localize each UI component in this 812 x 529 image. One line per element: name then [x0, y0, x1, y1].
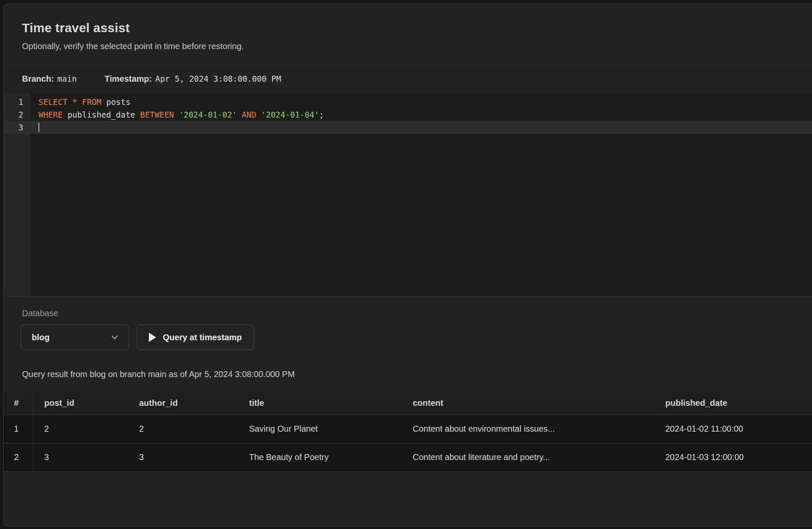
table-cell: 2 — [4, 443, 33, 471]
code-token: WHERE — [38, 110, 63, 119]
column-header-row-index: # — [4, 391, 33, 415]
panel-header: Time travel assist Optionally, verify th… — [4, 4, 812, 64]
code-token: '2024-01-02' — [179, 110, 237, 119]
code-token: '2024-01-04' — [261, 110, 319, 119]
database-controls: blog Query at timestamp — [21, 325, 794, 350]
meta-bar: Branch: main Timestamp: Apr 5, 2024 3:08… — [4, 64, 812, 93]
database-section: Database blog Query at timestamp — [4, 297, 812, 350]
branch-label: Branch: — [22, 74, 54, 84]
table-row: 122Saving Our PlanetContent about enviro… — [4, 415, 812, 443]
code-token: BETWEEN — [140, 110, 174, 119]
table-cell: Content about literature and poetry... — [402, 443, 654, 471]
branch-value: main — [58, 74, 77, 83]
code-token: posts — [102, 97, 131, 107]
text-cursor — [38, 123, 39, 132]
table-cell: 2024-01-03 12:00:00 — [654, 443, 812, 471]
sql-editor[interactable]: 1SELECT * FROM posts2WHERE published_dat… — [4, 93, 812, 296]
result-table-header: #post_idauthor_idtitlecontentpublished_d… — [4, 391, 812, 415]
column-header-title: title — [238, 391, 402, 415]
code-token: FROM — [82, 97, 102, 107]
branch-info: Branch: main — [22, 74, 77, 84]
timestamp-value: Apr 5, 2024 3:08:00.000 PM — [155, 74, 281, 83]
line-number: 2 — [4, 108, 30, 121]
database-select[interactable]: blog — [21, 325, 129, 350]
query-at-timestamp-button[interactable]: Query at timestamp — [137, 325, 254, 350]
line-number: 1 — [4, 96, 30, 108]
table-cell: 3 — [33, 443, 128, 471]
code-line: WHERE published_date BETWEEN '2024-01-02… — [30, 108, 324, 121]
column-header-content: content — [402, 391, 654, 415]
column-header-author_id: author_id — [128, 391, 238, 415]
database-label: Database — [21, 309, 794, 318]
column-header-published_date: published_date — [654, 391, 812, 415]
play-icon — [149, 333, 156, 342]
line-number: 3 — [4, 121, 30, 134]
result-table: #post_idauthor_idtitlecontentpublished_d… — [4, 391, 812, 472]
code-line: SELECT * FROM posts — [30, 96, 130, 108]
code-token — [174, 110, 178, 119]
editor-line-active[interactable]: 3 — [4, 121, 812, 134]
editor-line[interactable]: 1SELECT * FROM posts — [4, 96, 812, 108]
column-header-post_id: post_id — [33, 391, 128, 415]
code-token — [256, 110, 261, 119]
code-token: AND — [242, 110, 256, 119]
code-token — [237, 110, 241, 119]
chevron-down-icon — [110, 333, 119, 342]
timestamp-info: Timestamp: Apr 5, 2024 3:08:00.000 PM — [104, 74, 281, 84]
result-table-body: 122Saving Our PlanetContent about enviro… — [4, 415, 812, 471]
table-cell: Content about environmental issues... — [402, 415, 654, 443]
page-title: Time travel assist — [22, 21, 794, 35]
database-select-value: blog — [32, 333, 49, 342]
table-cell: The Beauty of Poetry — [238, 443, 402, 471]
table-row: 233The Beauty of PoetryContent about lit… — [4, 443, 812, 471]
code-token: * — [72, 97, 77, 107]
table-cell: Saving Our Planet — [238, 415, 402, 443]
table-cell: 2 — [33, 415, 128, 443]
code-token — [68, 97, 72, 107]
timestamp-label: Timestamp: — [104, 74, 152, 84]
table-cell: 3 — [128, 443, 238, 471]
table-cell: 2024-01-02 11:00:00 — [654, 415, 812, 443]
editor-line[interactable]: 2WHERE published_date BETWEEN '2024-01-0… — [4, 108, 812, 121]
query-result-caption: Query result from blog on branch main as… — [22, 369, 794, 380]
code-token: SELECT — [38, 97, 68, 107]
code-line — [30, 121, 39, 134]
code-token — [77, 97, 82, 107]
table-cell: 2 — [128, 415, 238, 443]
query-at-timestamp-label: Query at timestamp — [163, 333, 242, 342]
page-subtitle: Optionally, verify the selected point in… — [22, 41, 794, 51]
time-travel-assist-panel: Time travel assist Optionally, verify th… — [3, 3, 812, 526]
code-token: published_date — [63, 110, 140, 119]
table-cell: 1 — [4, 415, 33, 443]
table-header-row: #post_idauthor_idtitlecontentpublished_d… — [4, 391, 812, 415]
code-token: ; — [319, 110, 324, 119]
